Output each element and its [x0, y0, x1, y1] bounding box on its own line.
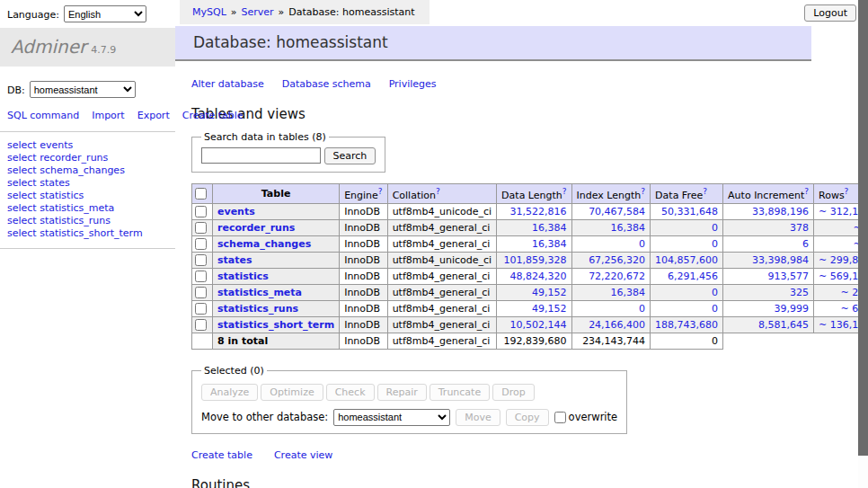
index-length-cell: 0 [571, 235, 651, 252]
db-select[interactable]: homeassistant [30, 81, 136, 98]
data-length-link-recorder_runs[interactable]: 16,384 [532, 222, 567, 234]
data-length-link-events[interactable]: 31,522,816 [510, 206, 567, 217]
link-create-table[interactable]: Create table [191, 449, 252, 461]
engine-cell: InnoDB [340, 252, 387, 268]
auto-increment-link-events[interactable]: 33,898,196 [752, 206, 809, 217]
help-engine-icon[interactable]: ? [378, 187, 383, 196]
nav-privileges[interactable]: Privileges [389, 78, 437, 90]
page-title: Database: homeassistant [175, 26, 811, 61]
move-button[interactable]: Move [456, 409, 500, 426]
help-rows-icon[interactable]: ? [845, 187, 849, 196]
help-collation-icon[interactable]: ? [436, 187, 440, 196]
analyze-button[interactable]: Analyze [201, 384, 258, 401]
copy-button[interactable]: Copy [506, 409, 549, 426]
link-create-view[interactable]: Create view [274, 449, 332, 461]
sidebar-select-statistics[interactable]: select statistics [7, 190, 168, 202]
data-free-link-statistics_meta[interactable]: 0 [712, 287, 718, 298]
data-length-link-statistics_meta[interactable]: 49,152 [532, 287, 567, 298]
table-link-statistics[interactable]: statistics [217, 271, 269, 282]
logout-button[interactable]: Logout [804, 4, 856, 22]
auto-increment-link-schema_changes[interactable]: 6 [802, 238, 809, 250]
optimize-button[interactable]: Optimize [261, 384, 323, 401]
row-checkbox-states[interactable] [195, 254, 207, 266]
auto-increment-link-statistics_meta[interactable]: 325 [790, 287, 809, 298]
index-length-link-statistics_meta[interactable]: 16,384 [611, 287, 646, 298]
auto-increment-link-statistics_runs[interactable]: 39,999 [775, 303, 810, 315]
language-select[interactable]: English [64, 5, 146, 22]
table-link-statistics_meta[interactable]: statistics_meta [217, 287, 302, 298]
data-free-link-states[interactable]: 104,857,600 [655, 254, 718, 266]
help-auto-increment-icon[interactable]: ? [804, 187, 809, 196]
repair-button[interactable]: Repair [377, 384, 427, 401]
row-checkbox-statistics_meta[interactable] [195, 287, 207, 298]
auto-increment-link-states[interactable]: 33,398,984 [752, 254, 809, 266]
help-data-length-icon[interactable]: ? [562, 187, 567, 196]
data-free-link-statistics[interactable]: 6,291,456 [668, 271, 718, 282]
check-button[interactable]: Check [326, 384, 375, 401]
scrollbar-thumb[interactable] [858, 0, 868, 456]
row-checkbox-statistics_short_term[interactable] [195, 319, 207, 331]
nav-alter-database[interactable]: Alter database [191, 78, 264, 90]
index-length-link-events[interactable]: 70,467,584 [589, 206, 645, 217]
sidebar-select-events[interactable]: select events [7, 139, 168, 152]
nav-database-schema[interactable]: Database schema [282, 78, 371, 90]
scrollbar-track[interactable] [858, 0, 868, 488]
row-checkbox-recorder_runs[interactable] [195, 222, 207, 234]
data-free-link-statistics_short_term[interactable]: 188,743,680 [655, 319, 718, 331]
index-length-link-statistics_short_term[interactable]: 24,166,400 [589, 319, 645, 331]
table-link-recorder_runs[interactable]: recorder_runs [217, 222, 295, 234]
table-link-states[interactable]: states [217, 254, 252, 266]
sidebar-select-states[interactable]: select states [7, 177, 168, 190]
data-length-link-statistics[interactable]: 48,824,320 [510, 271, 567, 282]
index-length-link-schema_changes[interactable]: 0 [639, 238, 645, 250]
data-length-link-statistics_runs[interactable]: 49,152 [532, 303, 567, 315]
sidebar-action-create-table[interactable]: Create table [182, 110, 244, 121]
row-checkbox-statistics_runs[interactable] [195, 303, 207, 315]
data-free-link-statistics_runs[interactable]: 0 [712, 303, 718, 315]
sidebar-action-sql-command[interactable]: SQL command [7, 110, 79, 121]
row-checkbox-schema_changes[interactable] [195, 238, 207, 250]
index-length-link-states[interactable]: 67,256,320 [589, 254, 645, 266]
auto-increment-link-recorder_runs[interactable]: 378 [790, 222, 809, 234]
data-free-link-events[interactable]: 50,331,648 [661, 206, 718, 217]
move-db-select[interactable]: homeassistant [333, 409, 450, 426]
data-free-link-recorder_runs[interactable]: 0 [712, 222, 718, 234]
help-data-free-icon[interactable]: ? [703, 187, 707, 196]
sidebar-select-recorder-runs[interactable]: select recorder_runs [7, 152, 168, 164]
table-link-schema_changes[interactable]: schema_changes [217, 238, 311, 250]
index-length-link-statistics[interactable]: 72,220,672 [589, 271, 645, 282]
db-label: DB: [7, 84, 25, 96]
row-checkbox-events[interactable] [195, 206, 207, 217]
sidebar-select-schema-changes[interactable]: select schema_changes [7, 164, 168, 177]
data-length-link-schema_changes[interactable]: 16,384 [532, 238, 567, 250]
drop-button[interactable]: Drop [492, 384, 534, 401]
sidebar-action-import[interactable]: Import [92, 110, 125, 121]
auto-increment-link-statistics[interactable]: 913,577 [768, 271, 810, 282]
index-length-link-recorder_runs[interactable]: 16,384 [611, 222, 646, 234]
index-length-link-statistics_runs[interactable]: 0 [639, 303, 645, 315]
select-all-checkbox[interactable] [195, 188, 207, 200]
engine-cell: InnoDB [340, 300, 387, 316]
auto-increment-link-statistics_short_term[interactable]: 8,581,645 [758, 319, 809, 331]
table-link-statistics_runs[interactable]: statistics_runs [217, 303, 298, 315]
data-length-cell: 16,384 [497, 235, 571, 252]
truncate-button[interactable]: Truncate [430, 384, 490, 401]
search-input[interactable] [201, 147, 321, 164]
sidebar-select-statistics-meta[interactable]: select statistics_meta [7, 202, 168, 215]
table-link-events[interactable]: events [217, 206, 255, 217]
overwrite-checkbox[interactable] [554, 412, 566, 423]
table-link-statistics_short_term[interactable]: statistics_short_term [217, 319, 334, 331]
sidebar-select-statistics-runs[interactable]: select statistics_runs [7, 215, 168, 227]
data-free-link-schema_changes[interactable]: 0 [712, 238, 718, 250]
help-index-length-icon[interactable]: ? [641, 187, 645, 196]
search-button[interactable]: Search [324, 147, 376, 164]
sidebar-select-statistics-short-term[interactable]: select statistics_short_term [7, 227, 168, 240]
tables-head-row: TableEngine?Collation?Data Length?Index … [192, 184, 868, 204]
data-length-link-states[interactable]: 101,859,328 [504, 254, 567, 266]
engine-cell: InnoDB [340, 235, 387, 252]
sidebar-action-export[interactable]: Export [137, 110, 170, 121]
breadcrumb-mysql[interactable]: MySQL [192, 6, 226, 18]
data-length-link-statistics_short_term[interactable]: 10,502,144 [510, 319, 567, 331]
row-checkbox-statistics[interactable] [195, 271, 207, 282]
breadcrumb-server[interactable]: Server [242, 6, 274, 18]
